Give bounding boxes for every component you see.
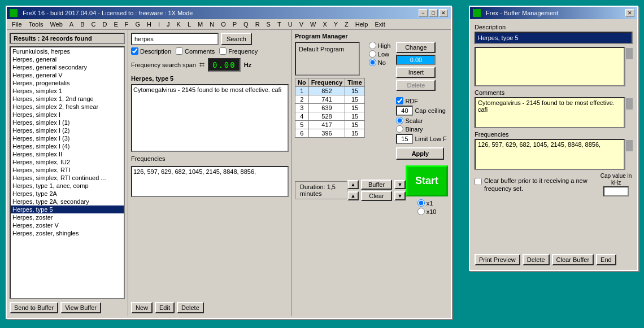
x1-radio-label[interactable]: x1 [417,199,437,207]
delete-record-button[interactable]: Delete [177,302,204,313]
menu-help[interactable]: Help [353,20,371,28]
new-button[interactable]: New [131,302,153,313]
menu-w[interactable]: W [307,20,319,28]
value-input[interactable] [396,55,436,65]
list-item[interactable]: Herpes, simplex, RTI [11,166,124,174]
menu-b[interactable]: B [77,20,87,28]
search-input[interactable] [131,33,219,45]
menu-c[interactable]: C [89,20,99,28]
list-item[interactable]: Herpes, general [11,55,124,63]
clear-up-arrow[interactable]: ▲ [347,191,359,200]
menu-z[interactable]: Z [342,20,351,28]
comments-textarea-buffer[interactable] [475,97,625,128]
menu-x[interactable]: X [320,20,329,28]
menu-r[interactable]: R [253,20,263,28]
list-item[interactable]: Herpes, progenetalis [11,79,124,87]
menu-tools[interactable]: Tools [26,20,46,28]
cap-value-input[interactable] [603,186,629,196]
buffer-button[interactable]: Buffer [361,180,392,190]
list-item[interactable]: Herpes, simplex, RTI continued ... [11,174,124,182]
frequency-checkbox-label[interactable]: Frequency [219,47,258,55]
cap-ceiling-input[interactable] [396,106,413,116]
limit-input[interactable] [396,134,413,144]
menu-d[interactable]: D [99,20,110,28]
radio-high[interactable] [369,42,376,49]
list-item[interactable]: Herpes, simplex I (2) [11,126,124,134]
insert-button[interactable]: Insert [396,67,436,78]
description-checkbox[interactable] [131,47,138,55]
comments-checkbox-label[interactable]: Comments [176,47,215,55]
menu-file[interactable]: File [9,20,25,28]
list-item[interactable]: Herpes, type 5 [11,205,124,213]
minimize-button[interactable]: − [419,9,428,17]
buffer-close-button[interactable]: ✕ [625,9,634,17]
list-item[interactable]: Herpes, simplex, IU2 [11,158,124,166]
buffer-up-arrow[interactable]: ▲ [347,180,359,189]
list-item[interactable]: Herpes, simplex I (4) [11,142,124,150]
view-buffer-button[interactable]: View Buffer [60,302,101,313]
print-preview-button[interactable]: Print Preview [475,254,520,265]
list-item[interactable]: Herpes, simplex II [11,150,124,158]
menu-u[interactable]: U [285,20,295,28]
menu-e[interactable]: E [111,20,120,28]
menu-v[interactable]: V [297,20,306,28]
buffer-down-arrow[interactable]: ▼ [394,180,406,189]
description-textarea[interactable] [131,84,289,152]
menu-exit[interactable]: Exit [372,20,388,28]
description-input[interactable] [475,32,633,44]
list-item[interactable]: Herpes, general V [11,71,124,79]
list-item[interactable]: Herpes, type 2A [11,190,124,198]
list-item[interactable]: Herpes, simplex 1 [11,87,124,95]
list-item[interactable]: Herpes, general secondary [11,63,124,71]
menu-g[interactable]: G [133,20,143,28]
menu-y[interactable]: Y [331,20,341,28]
menu-m[interactable]: M [195,20,206,28]
list-item[interactable]: Herpes, type 1, anec, comp [11,182,124,190]
menu-p[interactable]: P [230,20,240,28]
menu-k[interactable]: K [174,20,184,28]
radio-no[interactable] [369,59,376,66]
menu-n[interactable]: N [207,20,217,28]
list-item[interactable]: Herpes, simplex 2, fresh smear [11,103,124,111]
list-item[interactable]: Herpes, simplex I (3) [11,134,124,142]
frequency-checkbox[interactable] [219,47,227,55]
start-button[interactable]: Start [406,165,448,196]
binary-radio-label[interactable]: Binary [396,125,446,133]
menu-s[interactable]: S [264,20,273,28]
menu-q[interactable]: Q [241,20,251,28]
clear-down-arrow[interactable]: ▼ [394,191,406,200]
menu-i[interactable]: I [155,20,163,28]
menu-l[interactable]: L [185,20,194,28]
comments-checkbox[interactable] [176,47,183,55]
rdf-checkbox[interactable] [396,97,403,104]
list-item[interactable]: Furunkulosis, herpes [11,47,124,55]
list-item[interactable]: Herpes, simplex I [11,111,124,119]
comments-vscroll[interactable] [625,97,633,128]
rdf-checkbox-label[interactable]: RDF [396,97,446,104]
list-item[interactable]: Herpes, zoster, shingles [11,229,124,237]
results-list[interactable]: Furunkulosis, herpesHerpes, generalHerpe… [10,46,125,299]
description-textarea-buffer[interactable] [475,47,625,86]
maximize-button[interactable]: □ [429,9,438,17]
scalar-radio-label[interactable]: Scalar [396,117,446,124]
send-to-buffer-button[interactable]: Send to Buffer [10,302,58,313]
search-button[interactable]: Search [221,33,252,45]
frequencies-textarea-buffer[interactable] [475,139,625,170]
menu-web[interactable]: Web [47,20,65,28]
menu-t[interactable]: T [275,20,284,28]
frequencies-textarea[interactable] [131,166,289,197]
radio-low-label[interactable]: Low [369,50,391,58]
description-checkbox-label[interactable]: Description [131,47,171,55]
list-item[interactable]: Herpes, zoster V [11,221,124,229]
clear-buffer-prior-label[interactable]: Clear buffer prior to it receiving a new… [475,177,594,193]
binary-radio[interactable] [396,125,403,133]
desc-vscroll[interactable] [625,47,633,86]
delete-buffer-button[interactable]: Delete [523,254,550,265]
apply-button[interactable]: Apply [396,147,444,160]
scalar-radio[interactable] [396,117,403,124]
close-button[interactable]: ✕ [439,9,448,17]
clear-button[interactable]: Clear [361,191,392,201]
x10-radio-label[interactable]: x10 [417,208,437,215]
delete-freq-button[interactable]: Delete [396,80,436,91]
list-item[interactable]: Herpes, zoster [11,213,124,221]
